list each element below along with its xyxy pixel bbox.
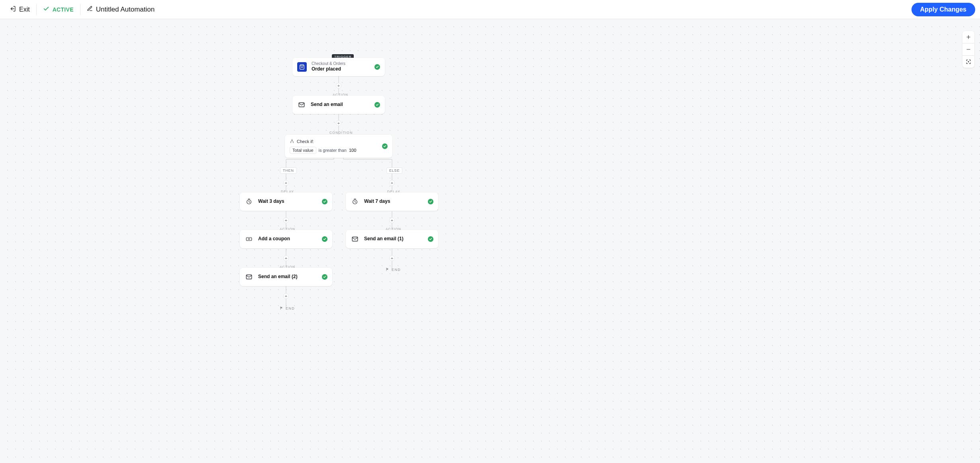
end-node: END [280, 306, 295, 311]
fit-view-button[interactable] [962, 56, 974, 68]
trigger-eyebrow: Checkout & Orders [312, 61, 370, 66]
node-wait-3-days[interactable]: Wait 3 days [240, 192, 332, 211]
node-send-email[interactable]: Send an email [292, 96, 385, 114]
node-send-email-2[interactable]: Send an email (2) [240, 268, 332, 286]
add-step-button[interactable] [283, 255, 289, 261]
then-branch-label: THEN [280, 167, 297, 174]
end-node: END [386, 267, 401, 272]
divider [36, 4, 37, 15]
node-wait-7-days[interactable]: Wait 7 days [346, 192, 438, 211]
status-ok-icon [382, 143, 388, 149]
check-icon [43, 6, 49, 14]
status-label: ACTIVE [53, 6, 74, 13]
zoom-out-button[interactable] [962, 43, 974, 55]
divider [80, 4, 80, 15]
shopping-bag-icon [297, 62, 307, 72]
status-ok-icon [322, 199, 327, 204]
canvas[interactable]: TRIGGER Checkout & Orders Order placed A… [0, 19, 980, 463]
status-ok-icon [428, 199, 433, 204]
exit-button[interactable]: Exit [5, 0, 35, 19]
split-icon [290, 139, 294, 144]
zoom-controls [962, 31, 974, 68]
status-ok-icon [322, 236, 327, 242]
add-step-button[interactable] [283, 293, 289, 299]
node-title: Wait 7 days [364, 198, 423, 205]
clock-icon [245, 197, 253, 206]
coupon-icon [245, 235, 253, 243]
apply-changes-button[interactable]: Apply Changes [911, 3, 975, 16]
add-step-button[interactable] [389, 180, 395, 186]
status-ok-icon [374, 64, 380, 70]
flag-icon [280, 306, 284, 311]
flag-icon [386, 267, 390, 272]
add-step-button[interactable] [389, 255, 395, 261]
condition-label: CONDITION [329, 131, 353, 135]
condition-field-chip: Total value [290, 147, 316, 154]
zoom-in-button[interactable] [962, 31, 974, 43]
add-step-button[interactable] [283, 218, 289, 223]
mail-icon [245, 273, 253, 281]
status-indicator: ACTIVE [38, 0, 78, 19]
exit-label: Exit [19, 6, 30, 13]
svg-point-23 [968, 61, 969, 62]
condition-value: 100 [349, 148, 356, 153]
header: Exit ACTIVE Untitled Automation Apply Ch… [0, 0, 980, 19]
clock-icon [351, 197, 359, 206]
condition-operator: is greater than [319, 148, 347, 153]
pencil-icon [87, 6, 93, 13]
node-trigger-order-placed[interactable]: Checkout & Orders Order placed [292, 58, 385, 76]
node-condition[interactable]: Check if: Total value is greater than 10… [285, 135, 392, 158]
mail-icon [351, 235, 359, 243]
end-label: END [286, 306, 295, 310]
node-title: Send an email (2) [258, 274, 317, 280]
else-branch-label: ELSE [386, 167, 402, 174]
status-ok-icon [374, 102, 380, 108]
status-ok-icon [322, 274, 327, 280]
add-step-button[interactable] [336, 83, 341, 88]
trigger-title: Order placed [312, 66, 370, 73]
add-step-button[interactable] [283, 180, 289, 186]
mail-icon [297, 100, 306, 109]
add-step-button[interactable] [336, 120, 341, 126]
add-step-button[interactable] [389, 218, 395, 223]
title-button[interactable]: Untitled Automation [82, 0, 159, 19]
exit-icon [10, 6, 16, 14]
connectors [0, 19, 980, 463]
node-send-email-1[interactable]: Send an email (1) [346, 230, 438, 248]
node-title: Send an email (1) [364, 236, 423, 242]
check-if-label: Check if: [297, 139, 314, 144]
node-title: Wait 3 days [258, 198, 317, 205]
node-add-coupon[interactable]: Add a coupon [240, 230, 332, 248]
status-ok-icon [428, 236, 433, 242]
automation-title: Untitled Automation [96, 6, 155, 14]
node-title: Send an email [311, 102, 370, 108]
end-label: END [392, 268, 401, 272]
node-title: Add a coupon [258, 236, 317, 242]
